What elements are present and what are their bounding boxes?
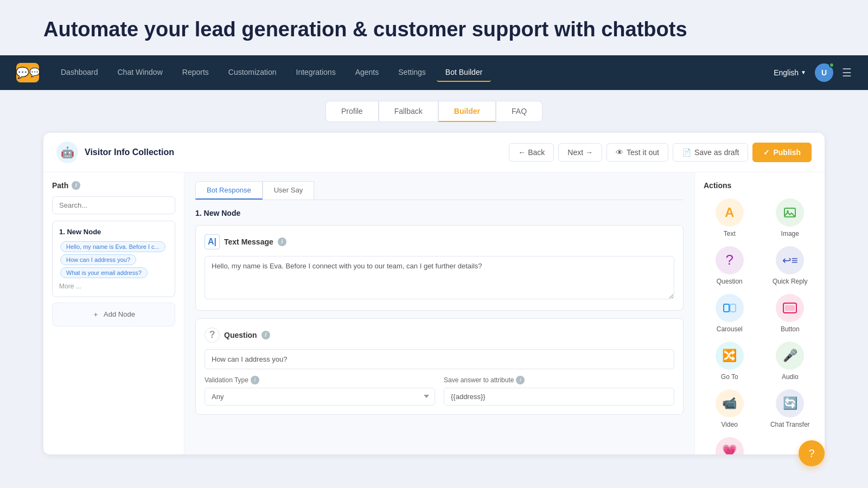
menu-icon[interactable]: ☰ (842, 66, 852, 79)
back-button[interactable]: ← Back (509, 143, 554, 162)
text-action-icon: A| (205, 234, 220, 249)
text-message-block: A| Text Message i Hello, my name is Eva.… (195, 225, 684, 311)
editor-node-number: 1. New Node (195, 209, 684, 217)
help-icon: ? (808, 447, 814, 460)
svg-rect-3 (730, 304, 736, 312)
text-message-header: A| Text Message i (205, 234, 674, 249)
actions-panel: Actions A Text Image ? Question (694, 172, 825, 454)
bot-avatar: 🤖 (56, 142, 78, 163)
text-message-input[interactable]: Hello, my name is Eva. Before I connect … (205, 256, 674, 299)
goto-label: Go To (721, 373, 738, 381)
logo[interactable]: 💬 (16, 63, 39, 82)
button-circle (776, 294, 804, 322)
path-info-icon: i (72, 181, 80, 190)
save-draft-button[interactable]: 📄 Save as draft (673, 143, 749, 162)
save-attr-input[interactable]: {{address}} (444, 388, 674, 406)
image-circle (776, 198, 804, 227)
save-attr-label: Save answer to attribute i (444, 376, 674, 384)
tab-faq[interactable]: FAQ (496, 101, 542, 122)
video-circle: 📹 (716, 389, 744, 418)
action-text[interactable]: A Text (704, 198, 756, 237)
button-label: Button (781, 325, 800, 333)
action-audio[interactable]: 🎤 Audio (764, 342, 816, 381)
header-actions: ← Back Next → 👁 Test it out 📄 Save as dr… (509, 143, 812, 162)
action-question[interactable]: ? Question (704, 246, 756, 285)
nav-chat-window[interactable]: Chat Window (109, 63, 171, 82)
action-chat-transfer[interactable]: 🔄 Chat Transfer (764, 389, 816, 428)
action-api-plugin[interactable]: 💗 API Plugin (704, 437, 756, 454)
action-button[interactable]: Button (764, 294, 816, 333)
nav-settings[interactable]: Settings (390, 63, 435, 82)
video-label: Video (722, 421, 738, 428)
nav-integrations[interactable]: Integrations (288, 63, 344, 82)
help-button[interactable]: ? (799, 440, 825, 466)
transfer-label: Chat Transfer (770, 421, 810, 428)
builder-body: Path i 1. New Node Hello, my name is Eva… (43, 172, 825, 454)
nav-agents[interactable]: Agents (347, 63, 388, 82)
node-tag-0: Hello, my name is Eva. Before I c... (60, 241, 165, 252)
plus-icon: ＋ (92, 310, 99, 319)
tab-profile[interactable]: Profile (326, 101, 379, 122)
save-attr-group: Save answer to attribute i {{address}} (444, 376, 674, 406)
sub-tabs: Profile Fallback Builder FAQ (43, 101, 825, 122)
question-action-icon: ? (205, 328, 220, 343)
node-tags: Hello, my name is Eva. Before I c... How… (59, 240, 168, 279)
check-icon: ✓ (763, 148, 770, 157)
nav-dashboard[interactable]: Dashboard (52, 63, 107, 82)
logo-icon: 💬 (16, 63, 39, 82)
node-tag-1: How can I address you? (60, 254, 136, 265)
path-title: Path i (52, 181, 175, 190)
goto-circle: 🔀 (716, 342, 744, 370)
hero-section: Automate your lead generation & customer… (0, 0, 868, 55)
save-attr-info-icon: i (516, 376, 525, 384)
nav-bot-builder[interactable]: Bot Builder (437, 63, 491, 82)
quickreply-label: Quick Reply (773, 278, 808, 285)
action-goto[interactable]: 🔀 Go To (704, 342, 756, 381)
action-quickreply[interactable]: ↩≡ Quick Reply (764, 246, 816, 285)
editor-panel: Bot Response User Say 1. New Node A| Tex… (184, 172, 694, 454)
editor-tab-user-say[interactable]: User Say (263, 181, 314, 200)
transfer-circle: 🔄 (776, 389, 804, 418)
avatar[interactable]: U (815, 63, 833, 82)
navbar: 💬 Dashboard Chat Window Reports Customiz… (0, 55, 868, 90)
add-node-button[interactable]: ＋ Add Node (52, 303, 175, 326)
node-card[interactable]: 1. New Node Hello, my name is Eva. Befor… (52, 221, 175, 297)
image-label: Image (781, 230, 799, 237)
carousel-label: Carousel (717, 325, 743, 333)
question-info-icon: i (261, 331, 270, 339)
question-header: ? Question i (205, 328, 674, 343)
publish-button[interactable]: ✓ Publish (752, 143, 812, 162)
next-button[interactable]: Next → (558, 143, 602, 162)
tab-builder[interactable]: Builder (438, 101, 496, 122)
tab-fallback[interactable]: Fallback (379, 101, 438, 122)
nav-right: English U ☰ (774, 63, 852, 82)
validation-info-icon: i (251, 376, 259, 384)
question-input[interactable]: How can I address you? (205, 349, 674, 369)
avatar-online-badge (829, 62, 834, 68)
draft-icon: 📄 (682, 148, 691, 157)
path-panel: Path i 1. New Node Hello, my name is Eva… (43, 172, 184, 454)
builder-header: 🤖 Visitor Info Collection ← Back Next → … (43, 133, 825, 172)
validation-select[interactable]: Any (205, 388, 435, 406)
path-search-input[interactable] (52, 196, 175, 214)
action-image[interactable]: Image (764, 198, 816, 237)
test-button[interactable]: 👁 Test it out (607, 143, 668, 162)
api-circle: 💗 (716, 437, 744, 454)
hero-title: Automate your lead generation & customer… (43, 17, 825, 42)
action-carousel[interactable]: Carousel (704, 294, 756, 333)
actions-title: Actions (704, 181, 816, 190)
text-label: Text (724, 230, 736, 237)
quickreply-circle: ↩≡ (776, 246, 804, 274)
node-more-link[interactable]: More ... (59, 282, 168, 290)
language-selector[interactable]: English (774, 68, 806, 77)
action-video[interactable]: 📹 Video (704, 389, 756, 428)
editor-tabs: Bot Response User Say (195, 181, 684, 200)
text-message-info-icon: i (278, 237, 286, 246)
nav-customization[interactable]: Customization (220, 63, 285, 82)
question-circle: ? (716, 246, 744, 274)
validation-label: Validation Type i (205, 376, 435, 384)
editor-tab-bot-response[interactable]: Bot Response (195, 181, 263, 200)
nav-reports[interactable]: Reports (174, 63, 218, 82)
question-label: Question (717, 278, 743, 285)
node-tag-2: What is your email address? (60, 267, 148, 278)
